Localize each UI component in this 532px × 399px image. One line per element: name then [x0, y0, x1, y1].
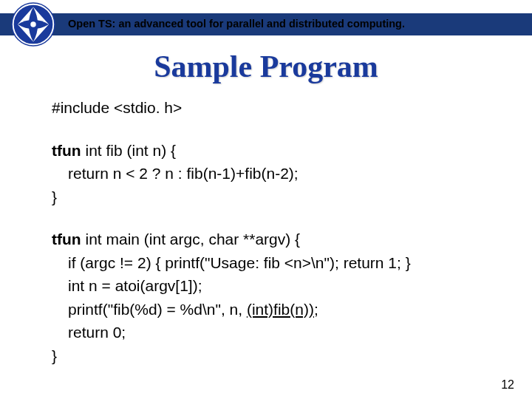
fib-sig-rest: int fib (int n) {: [81, 142, 176, 159]
tfun-keyword: tfun: [52, 231, 81, 248]
page-number: 12: [501, 378, 514, 392]
svg-point-2: [30, 21, 35, 27]
fib-body: return n < 2 ? n : fib(n-1)+fib(n-2);: [52, 162, 495, 185]
cast-expr: (int)fib(n));: [247, 301, 318, 318]
main-line-4: return 0;: [52, 321, 495, 344]
main-signature: tfun int main (int argc, char **argv) {: [52, 228, 495, 251]
tfun-keyword: tfun: [52, 142, 81, 159]
code-content: #include <stdio. h> tfun int fib (int n)…: [52, 96, 495, 386]
main-sig-rest: int main (int argc, char **argv) {: [81, 231, 300, 248]
fib-function: tfun int fib (int n) { return n < 2 ? n …: [52, 139, 495, 209]
logo-icon: [10, 1, 56, 47]
main-line-1: if (argc != 2) { printf("Usage: fib <n>\…: [52, 251, 495, 275]
main-line-3: printf("fib(%d) = %d\n", n, (int)fib(n))…: [52, 298, 495, 321]
include-line: #include <stdio. h>: [52, 96, 495, 120]
fib-signature: tfun int fib (int n) {: [52, 139, 495, 163]
header-title: Open TS: an advanced tool for parallel a…: [68, 18, 525, 30]
fib-close: }: [52, 185, 495, 209]
main-line-3a: printf("fib(%d) = %d\n", n,: [68, 301, 247, 318]
main-close: }: [52, 344, 495, 368]
slide-title: Sample Program: [0, 49, 532, 84]
main-function: tfun int main (int argc, char **argv) { …: [52, 228, 495, 367]
main-line-2: int n = atoi(argv[1]);: [52, 274, 495, 298]
